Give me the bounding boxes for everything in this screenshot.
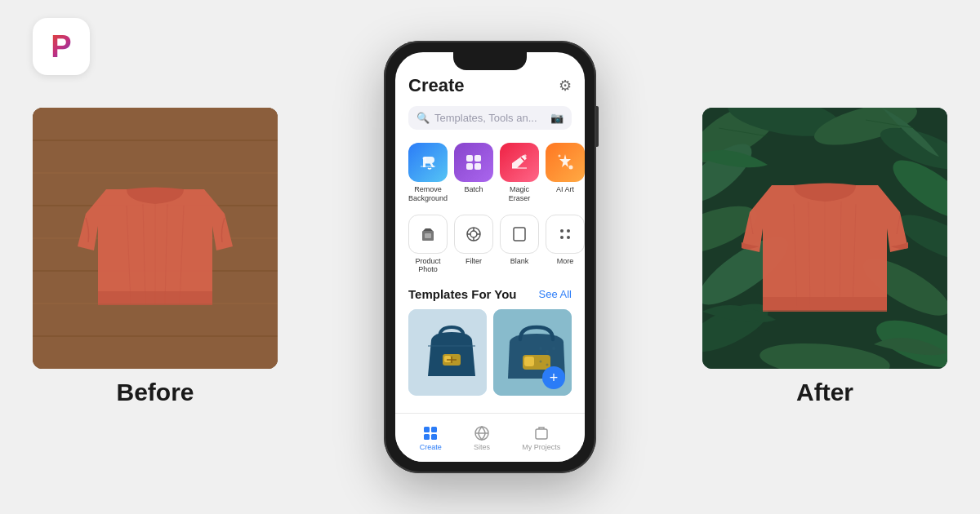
- logo-area: P: [33, 18, 90, 75]
- after-image: [702, 108, 947, 369]
- svg-rect-46: [424, 427, 430, 432]
- svg-point-32: [560, 236, 564, 239]
- wood-background: [33, 108, 278, 369]
- magic-eraser-label: MagicEraser: [509, 185, 531, 203]
- svg-rect-15: [466, 155, 473, 162]
- search-bar[interactable]: 🔍 Templates, Tools an... 📷: [408, 106, 572, 130]
- filter-icon: [454, 215, 493, 254]
- more-label: More: [557, 257, 574, 266]
- search-placeholder: Templates, Tools an...: [434, 112, 546, 124]
- phone-screen: Create ⚙ 🔍 Templates, Tools an... 📷: [395, 52, 585, 462]
- app-title: Create: [408, 75, 464, 96]
- before-section: Before: [33, 108, 278, 406]
- phone-mockup: Create ⚙ 🔍 Templates, Tools an... 📷: [384, 41, 596, 473]
- blank-label: Blank: [510, 257, 529, 266]
- svg-rect-48: [424, 434, 430, 440]
- product-photo-icon: [408, 215, 448, 254]
- tool-blank[interactable]: Blank: [500, 215, 539, 275]
- svg-point-19: [569, 166, 573, 170]
- nav-projects-icon: [533, 425, 550, 441]
- remove-bg-icon: [408, 143, 448, 182]
- svg-rect-29: [514, 228, 525, 241]
- blank-icon: [500, 215, 539, 254]
- nav-create-label: Create: [420, 443, 442, 451]
- after-label: After: [796, 379, 853, 406]
- logo-box: P: [33, 18, 90, 75]
- phone-container: Create ⚙ 🔍 Templates, Tools an... 📷: [384, 41, 596, 473]
- before-image: [33, 108, 278, 369]
- svg-point-30: [560, 229, 564, 233]
- remove-bg-label: RemoveBackground: [408, 185, 448, 203]
- svg-point-42: [546, 350, 549, 353]
- tool-filter[interactable]: Filter: [454, 215, 493, 275]
- before-label: Before: [116, 379, 194, 406]
- svg-rect-49: [431, 434, 437, 440]
- see-all-button[interactable]: See All: [539, 288, 572, 300]
- nav-sites-label: Sites: [474, 443, 490, 451]
- template-bag-1: [408, 309, 487, 396]
- nav-sites-icon: [474, 425, 490, 441]
- svg-point-20: [559, 155, 561, 157]
- app-header: Create ⚙: [408, 75, 572, 96]
- svg-rect-47: [431, 427, 437, 432]
- tool-product-photo[interactable]: ProductPhoto: [408, 215, 448, 275]
- svg-rect-16: [474, 155, 481, 162]
- nav-create-icon: [422, 425, 439, 441]
- nav-create[interactable]: Create: [420, 425, 442, 451]
- gear-icon[interactable]: ⚙: [559, 77, 572, 95]
- sweater-before-svg: [33, 108, 278, 369]
- tools-row-1: RemoveBackground: [408, 143, 572, 203]
- more-icon: [546, 215, 585, 254]
- filter-label: Filter: [466, 257, 482, 266]
- templates-header: Templates For You See All: [408, 287, 572, 301]
- ai-art-icon: [546, 143, 585, 182]
- ai-art-label: AI Art: [556, 185, 574, 194]
- template-card-1[interactable]: [408, 309, 487, 396]
- svg-point-41: [539, 347, 542, 350]
- templates-title: Templates For You: [408, 287, 517, 301]
- nav-my-projects[interactable]: My Projects: [522, 425, 560, 451]
- svg-rect-52: [536, 429, 547, 439]
- svg-point-31: [567, 229, 570, 233]
- nav-sites[interactable]: Sites: [474, 425, 490, 451]
- tools-row-2: ProductPhoto: [408, 215, 572, 275]
- svg-point-45: [546, 364, 549, 366]
- svg-rect-22: [425, 233, 431, 238]
- template-card-2[interactable]: +: [493, 309, 572, 396]
- svg-rect-18: [474, 163, 481, 170]
- app-content: Create ⚙ 🔍 Templates, Tools an... 📷: [395, 52, 585, 462]
- batch-label: Batch: [465, 185, 483, 194]
- svg-point-44: [540, 361, 542, 363]
- magic-eraser-icon: [500, 143, 539, 182]
- svg-point-24: [470, 231, 477, 237]
- after-section: After: [702, 108, 947, 406]
- template-cards: +: [408, 309, 572, 396]
- svg-point-43: [552, 347, 555, 350]
- svg-point-33: [567, 236, 570, 239]
- logo-letter: P: [51, 29, 71, 64]
- svg-rect-17: [466, 163, 473, 170]
- tool-remove-background[interactable]: RemoveBackground: [408, 143, 448, 203]
- camera-icon: 📷: [550, 112, 564, 124]
- add-template-button[interactable]: +: [542, 366, 565, 389]
- svg-rect-40: [524, 357, 534, 366]
- tool-magic-eraser[interactable]: MagicEraser: [500, 143, 539, 203]
- batch-icon: [454, 143, 493, 182]
- search-icon: 🔍: [416, 112, 430, 124]
- tool-ai-art[interactable]: AI Art: [546, 143, 585, 203]
- svg-rect-36: [444, 356, 451, 362]
- bottom-nav: Create Sites: [395, 413, 585, 462]
- tool-batch[interactable]: Batch: [454, 143, 493, 203]
- svg-point-14: [423, 157, 425, 160]
- after-image-svg: [702, 108, 947, 369]
- tool-more[interactable]: More: [546, 215, 585, 275]
- main-container: P: [0, 0, 980, 514]
- product-photo-label: ProductPhoto: [415, 257, 440, 275]
- nav-projects-label: My Projects: [522, 443, 560, 451]
- phone-notch: [453, 52, 527, 70]
